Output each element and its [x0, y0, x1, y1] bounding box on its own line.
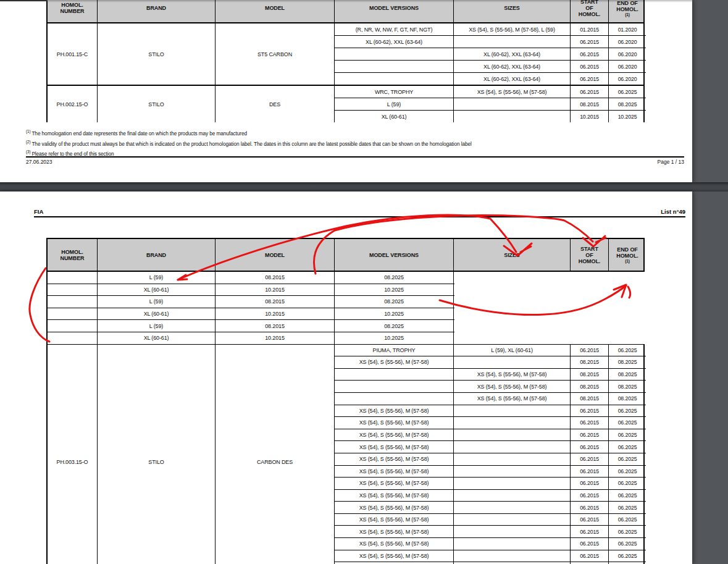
broken-row: XL (60-61)10.201510.2025 [48, 284, 454, 297]
cell-start-homol: 06.2015 [571, 441, 609, 453]
cell-brand: L (59) [98, 320, 215, 332]
table-row: XS (54), S (55-56), M (57-58)06.201506.2… [335, 490, 646, 502]
pdf-page-1: HOMOL. NUMBERBRANDMODELMODEL VERSIONSSIZ… [0, 0, 692, 182]
cell-start-homol: 06.2015 [571, 550, 609, 562]
cell-sizes [454, 478, 571, 489]
cell-model-versions: XS (54), S (55-56), M (57-58) [335, 550, 454, 562]
block-rows: WRC, TROPHYXS (54), S (55-56), M (57-58)… [335, 86, 646, 122]
table-row: XL (60-62), XXL (63-64)06.201506.2020 [335, 61, 646, 73]
cell-sizes: XS (54), S (55-56), M (57-58) [454, 393, 571, 405]
list-number-label: List n°49 [661, 208, 685, 215]
cell-model-versions: XS (54), S (55-56), M (57-58) [335, 429, 454, 441]
cell-start-homol: 06.2015 [571, 73, 609, 85]
cell-brand: L (59) [98, 296, 215, 308]
header-cell-homol-label: HOMOL. NUMBER [61, 2, 85, 14]
table-row: XL (60-62), XXL (63-64)06.201506.2020 [335, 73, 646, 85]
cell-end-homol: 06.2025 [609, 490, 646, 502]
cell-start-homol: 06.2015 [571, 48, 609, 60]
cell-brand: XL (60-61) [98, 332, 215, 344]
footnote-1: (1)The homologation end date represents … [26, 129, 247, 137]
table-row: XS (54), S (55-56), M (57-58)08.201508.2… [335, 393, 646, 405]
cell-start-homol: 08.2015 [571, 393, 609, 405]
top-shadow [0, 0, 692, 2]
cell-sizes [454, 111, 571, 122]
table-row: XL (60-62), XXL (63-64)06.201506.2020 [335, 48, 646, 61]
table-header-row: HOMOL. NUMBERBRANDMODELMODEL VERSIONSSIZ… [46, 238, 645, 272]
cell-model-versions: 10.2025 [335, 332, 454, 344]
header-cell-start: START OF HOMOL. [571, 239, 609, 271]
header-cell-start-label: START OF HOMOL. [579, 0, 600, 17]
cell-start-homol: 10.2015 [571, 111, 609, 122]
cell-model-versions: 10.2025 [335, 308, 454, 320]
cell-model-versions: XL (60-62), XXL (63-64) [335, 36, 454, 48]
cell-start-homol: 06.2015 [571, 514, 609, 526]
cell-sizes [454, 36, 571, 48]
cell-model-versions: XS (54), S (55-56), M (57-58) [335, 466, 454, 478]
block-rows: PIUMA, TROPHYL (59), XL (60-61)06.201506… [335, 345, 646, 564]
cell-start-homol: 06.2015 [571, 405, 609, 417]
cell-homol-number [48, 332, 98, 344]
table-row: XS (54), S (55-56), M (57-58)06.201506.2… [335, 502, 646, 514]
table-row: XS (54), S (55-56), M (57-58)06.201506.2… [335, 405, 646, 418]
cell-model: CARBON DES [215, 345, 335, 564]
cell-model-versions: XS (54), S (55-56), M (57-58) [335, 526, 454, 537]
cell-model-versions: WRC, TROPHY [335, 86, 454, 98]
header-cell-model-label: MODEL [265, 252, 285, 258]
cell-start-homol: 08.2015 [571, 369, 609, 381]
cell-model-versions: 08.2025 [335, 320, 454, 332]
fia-header-label: FIA [34, 208, 43, 215]
table-block: PH.001.15-CSTILOST5 CARBON(R, NR, W, NW,… [46, 23, 645, 85]
header-cell-versions-label: MODEL VERSIONS [369, 252, 419, 258]
table-row: XS (54), S (55-56), M (57-58)06.201506.2… [335, 417, 646, 429]
header-cell-model: MODEL [215, 239, 335, 271]
header-cell-end: END OF HOMOL.(1) [609, 239, 646, 271]
cell-homol-number: PH.003.15-O [48, 345, 98, 564]
cell-model-versions [335, 393, 454, 405]
table-row: L (59)08.201508.2025 [335, 98, 646, 111]
cell-model-versions: (R, NR, W, NW, F, GT, NF, NGT) [335, 23, 454, 35]
cell-brand: STILO [98, 345, 215, 564]
footer-divider [26, 156, 684, 158]
cell-model-versions: 08.2025 [335, 272, 454, 284]
cell-model-versions: XS (54), S (55-56), M (57-58) [335, 441, 454, 453]
table-row: XS (54), S (55-56), M (57-58)08.201508.2… [335, 356, 646, 369]
cell-sizes [454, 441, 571, 453]
table-row: XS (54), S (55-56), M (57-58)06.201506.2… [335, 478, 646, 490]
cell-brand: XL (60-61) [98, 284, 215, 296]
cell-sizes: XL (60-62), XXL (63-64) [454, 48, 571, 60]
cell-start-homol: 06.2015 [571, 453, 609, 465]
cell-end-homol: 06.2020 [609, 61, 646, 72]
header-cell-sizes-label: SIZES [504, 5, 520, 11]
cell-start-homol: 06.2015 [571, 61, 609, 72]
cell-brand: XL (60-61) [98, 308, 215, 320]
cell-start-homol: 06.2015 [571, 36, 609, 48]
cell-model-versions: L (59) [335, 98, 454, 110]
table-row: XS (54), S (55-56), M (57-58)06.201506.2… [335, 441, 646, 453]
cell-start-homol: 06.2015 [571, 417, 609, 429]
cell-end-homol: 06.2025 [609, 526, 646, 537]
cell-model-versions: XS (54), S (55-56), M (57-58) [335, 490, 454, 502]
header-cell-brand: BRAND [98, 0, 215, 22]
cell-end-homol: 10.2025 [609, 111, 646, 122]
cell-sizes [454, 429, 571, 441]
cell-sizes: XS (54), S (55-56), M (57-58) [454, 381, 571, 392]
cell-end-homol: 06.2025 [609, 538, 646, 550]
cell-end-homol: 06.2025 [609, 441, 646, 453]
cell-start-homol: 06.2015 [571, 490, 609, 502]
broken-row: L (59)08.201508.2025 [48, 320, 454, 332]
header-cell-sizes: SIZES [454, 0, 571, 22]
table-row: XS (54), S (55-56), M (57-58)08.201508.2… [335, 381, 646, 393]
header-cell-brand-label: BRAND [146, 5, 166, 11]
cell-model-versions [335, 381, 454, 392]
cell-homol-number [48, 284, 98, 296]
cell-model: 08.2015 [215, 296, 335, 308]
cell-end-homol: 06.2025 [609, 429, 646, 441]
cell-start-homol: 06.2015 [571, 466, 609, 478]
cell-homol-number [48, 320, 98, 332]
cell-model-versions: XS (54), S (55-56), M (57-58) [335, 453, 454, 465]
cell-sizes: XS (54), S (55-56), M (57-58) [454, 369, 571, 381]
table-block: PH.003.15-OSTILOCARBON DESPIUMA, TROPHYL… [46, 344, 645, 564]
broken-row: XL (60-61)10.201510.2025 [48, 332, 454, 344]
table-row: (R, NR, W, NW, F, GT, NF, NGT)XS (54), S… [335, 23, 646, 36]
cell-end-homol: 08.2025 [609, 98, 646, 110]
